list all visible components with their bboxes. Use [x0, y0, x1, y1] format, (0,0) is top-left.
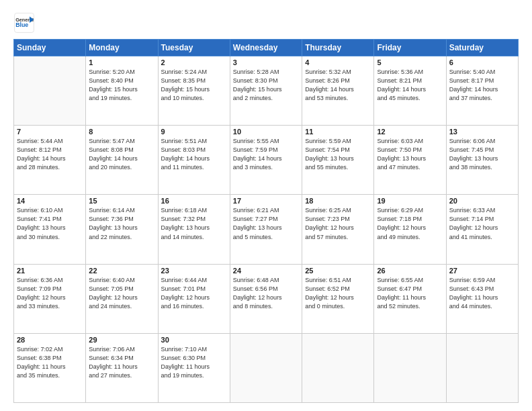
day-info: Sunrise: 7:10 AM Sunset: 6:30 PM Dayligh… [161, 345, 227, 380]
day-number: 21 [17, 267, 83, 275]
calendar-cell: 25Sunrise: 6:51 AM Sunset: 6:52 PM Dayli… [302, 264, 374, 333]
day-info: Sunrise: 6:06 AM Sunset: 7:45 PM Dayligh… [449, 137, 515, 172]
day-number: 11 [305, 128, 371, 136]
calendar-table: SundayMondayTuesdayWednesdayThursdayFrid… [13, 39, 519, 403]
calendar-cell: 13Sunrise: 6:06 AM Sunset: 7:45 PM Dayli… [446, 126, 518, 195]
calendar-cell: 4Sunrise: 5:32 AM Sunset: 8:26 PM Daylig… [302, 56, 374, 126]
day-number: 6 [449, 58, 515, 66]
day-number: 29 [89, 336, 154, 344]
day-number: 26 [377, 267, 443, 275]
day-info: Sunrise: 6:25 AM Sunset: 7:23 PM Dayligh… [305, 206, 371, 241]
day-number: 25 [305, 267, 371, 275]
day-number: 27 [449, 267, 515, 275]
day-info: Sunrise: 6:18 AM Sunset: 7:32 PM Dayligh… [161, 206, 227, 241]
weekday-header: Friday [374, 40, 446, 56]
calendar-cell: 6Sunrise: 5:40 AM Sunset: 8:17 PM Daylig… [446, 56, 518, 126]
calendar-cell: 24Sunrise: 6:48 AM Sunset: 6:56 PM Dayli… [230, 264, 302, 333]
day-number: 3 [233, 58, 299, 66]
day-number: 24 [233, 267, 299, 275]
day-number: 28 [17, 336, 83, 344]
day-info: Sunrise: 6:03 AM Sunset: 7:50 PM Dayligh… [377, 137, 443, 172]
calendar-week-row: 21Sunrise: 6:36 AM Sunset: 7:09 PM Dayli… [14, 264, 519, 333]
day-info: Sunrise: 5:40 AM Sunset: 8:17 PM Dayligh… [449, 68, 515, 103]
header: General Blue [13, 12, 519, 34]
day-info: Sunrise: 5:24 AM Sunset: 8:35 PM Dayligh… [161, 68, 227, 103]
calendar-cell: 14Sunrise: 6:10 AM Sunset: 7:41 PM Dayli… [14, 195, 86, 264]
calendar-cell: 16Sunrise: 6:18 AM Sunset: 7:32 PM Dayli… [158, 195, 230, 264]
weekday-header-row: SundayMondayTuesdayWednesdayThursdayFrid… [14, 40, 519, 56]
calendar-cell [374, 333, 446, 402]
day-number: 10 [233, 128, 299, 136]
day-info: Sunrise: 5:44 AM Sunset: 8:12 PM Dayligh… [17, 137, 83, 172]
calendar-cell: 27Sunrise: 6:59 AM Sunset: 6:43 PM Dayli… [446, 264, 518, 333]
weekday-header: Wednesday [230, 40, 302, 56]
day-info: Sunrise: 6:44 AM Sunset: 7:01 PM Dayligh… [161, 276, 227, 311]
day-number: 14 [17, 197, 83, 205]
calendar-cell: 8Sunrise: 5:47 AM Sunset: 8:08 PM Daylig… [86, 126, 158, 195]
calendar-cell: 10Sunrise: 5:55 AM Sunset: 7:59 PM Dayli… [230, 126, 302, 195]
day-number: 5 [377, 58, 443, 66]
day-info: Sunrise: 6:40 AM Sunset: 7:05 PM Dayligh… [89, 276, 154, 311]
calendar-cell: 30Sunrise: 7:10 AM Sunset: 6:30 PM Dayli… [158, 333, 230, 402]
day-info: Sunrise: 6:14 AM Sunset: 7:36 PM Dayligh… [89, 206, 154, 241]
day-info: Sunrise: 6:10 AM Sunset: 7:41 PM Dayligh… [17, 206, 83, 241]
day-number: 2 [161, 58, 227, 66]
calendar-cell: 29Sunrise: 7:06 AM Sunset: 6:34 PM Dayli… [86, 333, 158, 402]
day-info: Sunrise: 5:47 AM Sunset: 8:08 PM Dayligh… [89, 137, 154, 172]
svg-text:Blue: Blue [15, 21, 28, 28]
day-number: 8 [89, 128, 154, 136]
day-info: Sunrise: 6:29 AM Sunset: 7:18 PM Dayligh… [377, 206, 443, 241]
calendar-cell: 19Sunrise: 6:29 AM Sunset: 7:18 PM Dayli… [374, 195, 446, 264]
day-info: Sunrise: 5:20 AM Sunset: 8:40 PM Dayligh… [89, 68, 154, 103]
calendar-cell: 12Sunrise: 6:03 AM Sunset: 7:50 PM Dayli… [374, 126, 446, 195]
day-info: Sunrise: 5:32 AM Sunset: 8:26 PM Dayligh… [305, 68, 371, 103]
day-info: Sunrise: 6:55 AM Sunset: 6:47 PM Dayligh… [377, 276, 443, 311]
calendar-week-row: 14Sunrise: 6:10 AM Sunset: 7:41 PM Dayli… [14, 195, 519, 264]
calendar-cell: 15Sunrise: 6:14 AM Sunset: 7:36 PM Dayli… [86, 195, 158, 264]
day-number: 12 [377, 128, 443, 136]
day-number: 13 [449, 128, 515, 136]
calendar-cell: 26Sunrise: 6:55 AM Sunset: 6:47 PM Dayli… [374, 264, 446, 333]
day-number: 9 [161, 128, 227, 136]
calendar-cell [14, 56, 86, 126]
calendar-cell [302, 333, 374, 402]
calendar-cell: 2Sunrise: 5:24 AM Sunset: 8:35 PM Daylig… [158, 56, 230, 126]
calendar-cell: 28Sunrise: 7:02 AM Sunset: 6:38 PM Dayli… [14, 333, 86, 402]
day-number: 16 [161, 197, 227, 205]
day-info: Sunrise: 5:55 AM Sunset: 7:59 PM Dayligh… [233, 137, 299, 172]
calendar-cell: 20Sunrise: 6:33 AM Sunset: 7:14 PM Dayli… [446, 195, 518, 264]
calendar-cell: 21Sunrise: 6:36 AM Sunset: 7:09 PM Dayli… [14, 264, 86, 333]
day-info: Sunrise: 5:51 AM Sunset: 8:03 PM Dayligh… [161, 137, 227, 172]
calendar-cell: 5Sunrise: 5:36 AM Sunset: 8:21 PM Daylig… [374, 56, 446, 126]
day-info: Sunrise: 7:06 AM Sunset: 6:34 PM Dayligh… [89, 345, 154, 380]
weekday-header: Thursday [302, 40, 374, 56]
calendar-cell: 9Sunrise: 5:51 AM Sunset: 8:03 PM Daylig… [158, 126, 230, 195]
calendar-cell: 23Sunrise: 6:44 AM Sunset: 7:01 PM Dayli… [158, 264, 230, 333]
day-number: 23 [161, 267, 227, 275]
day-number: 19 [377, 197, 443, 205]
calendar-week-row: 7Sunrise: 5:44 AM Sunset: 8:12 PM Daylig… [14, 126, 519, 195]
calendar-week-row: 1Sunrise: 5:20 AM Sunset: 8:40 PM Daylig… [14, 56, 519, 126]
day-info: Sunrise: 7:02 AM Sunset: 6:38 PM Dayligh… [17, 345, 83, 380]
weekday-header: Sunday [14, 40, 86, 56]
calendar-cell: 11Sunrise: 5:59 AM Sunset: 7:54 PM Dayli… [302, 126, 374, 195]
day-info: Sunrise: 6:33 AM Sunset: 7:14 PM Dayligh… [449, 206, 515, 241]
calendar-cell [230, 333, 302, 402]
day-info: Sunrise: 5:36 AM Sunset: 8:21 PM Dayligh… [377, 68, 443, 103]
weekday-header: Saturday [446, 40, 518, 56]
calendar-cell: 7Sunrise: 5:44 AM Sunset: 8:12 PM Daylig… [14, 126, 86, 195]
day-info: Sunrise: 6:21 AM Sunset: 7:27 PM Dayligh… [233, 206, 299, 241]
day-info: Sunrise: 6:59 AM Sunset: 6:43 PM Dayligh… [449, 276, 515, 311]
calendar-cell: 17Sunrise: 6:21 AM Sunset: 7:27 PM Dayli… [230, 195, 302, 264]
day-number: 20 [449, 197, 515, 205]
day-info: Sunrise: 6:36 AM Sunset: 7:09 PM Dayligh… [17, 276, 83, 311]
logo: General Blue [13, 12, 38, 34]
logo-icon: General Blue [13, 12, 35, 34]
day-number: 7 [17, 128, 83, 136]
calendar-cell: 18Sunrise: 6:25 AM Sunset: 7:23 PM Dayli… [302, 195, 374, 264]
day-number: 30 [161, 336, 227, 344]
day-number: 1 [89, 58, 154, 66]
calendar-cell: 3Sunrise: 5:28 AM Sunset: 8:30 PM Daylig… [230, 56, 302, 126]
day-number: 22 [89, 267, 154, 275]
calendar-cell [446, 333, 518, 402]
